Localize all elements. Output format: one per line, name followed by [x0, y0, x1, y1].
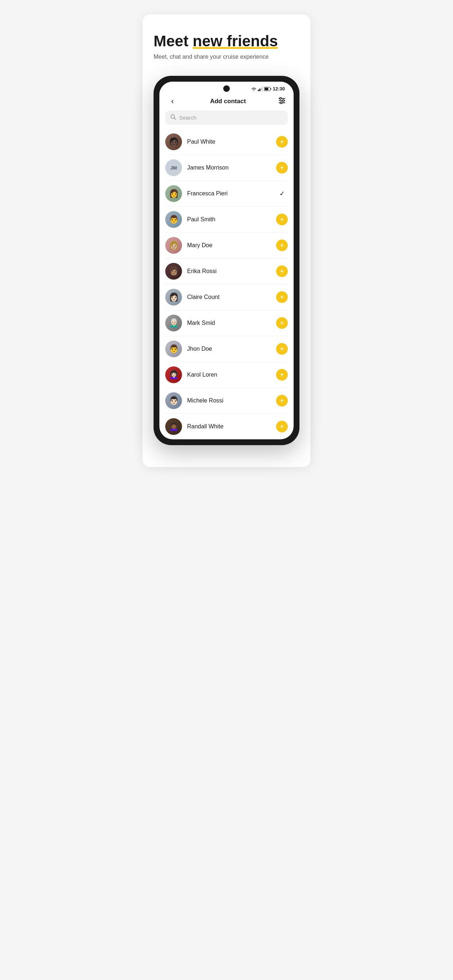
contact-item-karol-loren: 👩🏻‍🦱Karol Loren+ — [165, 362, 288, 388]
avatar-erika-rossi: 👩🏽 — [165, 263, 182, 280]
status-bar: 12:30 — [160, 82, 293, 93]
contact-item-james-morrison: JMJames Morrison+ — [165, 155, 288, 181]
svg-rect-2 — [261, 88, 262, 91]
avatar-randall-white: 👩🏾‍🦱 — [165, 418, 182, 435]
avatar-francesca-pieri: 👩 — [165, 185, 182, 202]
add-button-mary-doe[interactable]: + — [276, 240, 288, 251]
avatar-karol-loren: 👩🏻‍🦱 — [165, 366, 182, 383]
add-button-james-morrison[interactable]: + — [276, 162, 288, 173]
contact-item-paul-white: 🧑🏿Paul White+ — [165, 129, 288, 155]
avatar-michele-rossi: 👨🏻 — [165, 392, 182, 409]
nav-title: Add contact — [210, 98, 246, 105]
search-magnifier-icon — [170, 114, 176, 120]
contact-item-claire-count: 👩🏻Claire Count+ — [165, 285, 288, 310]
contact-name-jhon-doe: Jhon Doe — [187, 345, 271, 352]
contact-name-paul-white: Paul White — [187, 138, 271, 145]
page-wrapper: Meet new friends Meet, chat and share yo… — [143, 14, 310, 467]
avatar-paul-smith: 👨 — [165, 211, 182, 228]
contact-item-michele-rossi: 👨🏻Michele Rossi+ — [165, 388, 288, 414]
add-button-jhon-doe[interactable]: + — [276, 343, 288, 355]
status-right: 12:30 — [251, 86, 285, 92]
contact-name-mark-smid: Mark Smid — [187, 320, 271, 326]
signal-icon — [258, 87, 263, 91]
contact-item-erika-rossi: 👩🏽Erika Rossi+ — [165, 258, 288, 285]
nav-bar: ‹ Add contact — [160, 93, 293, 110]
contact-item-paul-smith: 👨Paul Smith+ — [165, 207, 288, 232]
add-button-mark-smid[interactable]: + — [276, 317, 288, 329]
contact-name-james-morrison: James Morrison — [187, 164, 271, 171]
contact-name-michele-rossi: Michele Rossi — [187, 398, 271, 404]
add-button-claire-count[interactable]: + — [276, 291, 288, 303]
status-icons — [251, 87, 271, 91]
svg-rect-5 — [270, 88, 271, 90]
svg-point-10 — [282, 100, 284, 101]
search-placeholder: Search — [179, 115, 196, 121]
contact-name-karol-loren: Karol Loren — [187, 372, 271, 378]
status-time: 12:30 — [273, 86, 285, 92]
add-button-randall-white[interactable]: + — [276, 421, 288, 433]
avatar-mark-smid: 👨🏻‍🦳 — [165, 315, 182, 331]
avatar-paul-white: 🧑🏿 — [165, 134, 182, 150]
contact-name-paul-smith: Paul Smith — [187, 216, 271, 223]
contacts-list: 🧑🏿Paul White+JMJames Morrison+👩Francesca… — [160, 129, 293, 439]
avatar-mary-doe: 👩🏼 — [165, 237, 182, 254]
filter-button[interactable] — [278, 97, 286, 106]
contact-item-randall-white: 👩🏾‍🦱Randall White+ — [165, 414, 288, 439]
add-button-michele-rossi[interactable]: + — [276, 395, 288, 407]
svg-rect-0 — [258, 90, 259, 91]
back-button[interactable]: ‹ — [167, 97, 179, 106]
svg-rect-1 — [259, 89, 260, 91]
wifi-icon — [251, 87, 257, 91]
contact-item-francesca-pieri: 👩Francesca Pieri✓ — [165, 181, 288, 207]
hero-subtitle: Meet, chat and share your cruise experie… — [153, 52, 300, 61]
contact-name-francesca-pieri: Francesca Pieri — [187, 190, 271, 197]
svg-rect-6 — [265, 88, 268, 90]
filter-icon — [278, 97, 286, 104]
camera-notch — [223, 85, 230, 92]
contact-name-claire-count: Claire Count — [187, 294, 271, 301]
search-bar[interactable]: Search — [165, 110, 288, 125]
phone-screen: 12:30 ‹ Add contact — [160, 82, 293, 439]
avatar-james-morrison: JM — [165, 159, 182, 176]
contact-item-mary-doe: 👩🏼Mary Doe+ — [165, 232, 288, 258]
svg-point-8 — [279, 97, 281, 99]
avatar-claire-count: 👩🏻 — [165, 289, 182, 305]
contact-item-mark-smid: 👨🏻‍🦳Mark Smid+ — [165, 310, 288, 336]
avatar-jhon-doe: 👨 — [165, 340, 182, 357]
svg-point-12 — [280, 102, 282, 103]
check-button-francesca-pieri[interactable]: ✓ — [276, 188, 288, 199]
battery-icon — [264, 87, 271, 91]
hero-title: Meet new friends — [153, 33, 300, 49]
add-button-karol-loren[interactable]: + — [276, 369, 288, 380]
contact-item-jhon-doe: 👨Jhon Doe+ — [165, 336, 288, 362]
svg-rect-3 — [262, 87, 263, 91]
search-icon — [170, 114, 176, 121]
add-button-paul-smith[interactable]: + — [276, 214, 288, 225]
phone-frame: 12:30 ‹ Add contact — [153, 76, 300, 445]
svg-line-14 — [174, 118, 176, 119]
contact-name-mary-doe: Mary Doe — [187, 242, 271, 249]
add-button-paul-white[interactable]: + — [276, 136, 288, 148]
contact-name-randall-white: Randall White — [187, 423, 271, 430]
contact-name-erika-rossi: Erika Rossi — [187, 268, 271, 275]
add-button-erika-rossi[interactable]: + — [276, 266, 288, 277]
